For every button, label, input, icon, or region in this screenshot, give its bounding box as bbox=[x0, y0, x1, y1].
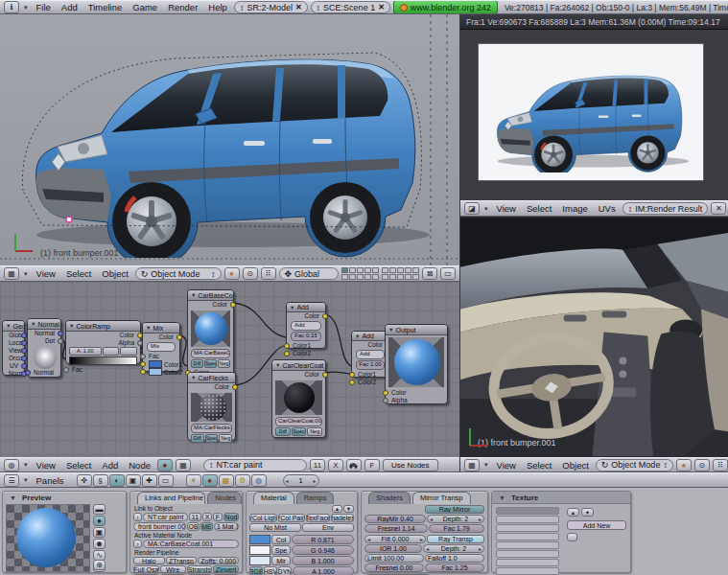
scene-context-icon[interactable]: ▭ bbox=[158, 474, 174, 487]
node-tree-name-field[interactable]: NT:car paint bbox=[143, 513, 188, 521]
header-collapse-icon[interactable]: ▾ bbox=[22, 461, 30, 469]
tab-links-and-pipeline[interactable]: Links and Pipeline bbox=[137, 492, 205, 504]
texture-down-icon[interactable]: ▼ bbox=[581, 508, 594, 517]
layer-buttons[interactable] bbox=[341, 267, 379, 280]
limit-field[interactable]: Limit 100.00 bbox=[364, 554, 424, 563]
node-material-carbasecoat[interactable]: ▼CarBaseCo Color MA:CarBaseCoat.001 Diff… bbox=[187, 289, 234, 378]
node-mix[interactable]: ▼Mix Color Mix Fac Color1 Color2 bbox=[142, 322, 180, 372]
editing-context-icon[interactable]: ✚ bbox=[142, 474, 157, 487]
rgb-toggle[interactable]: RGB bbox=[249, 566, 263, 575]
socket-normal-output[interactable] bbox=[58, 331, 63, 336]
blend-mode-dropdown[interactable]: Add bbox=[291, 321, 321, 331]
browse-icon[interactable]: ↕ bbox=[133, 540, 142, 548]
fresnel-slider-2[interactable]: Fresnel 0.00 bbox=[364, 564, 424, 572]
ramp-alpha-field[interactable]: A: 1.00 bbox=[69, 347, 102, 356]
header-collapse-icon[interactable]: ▾ bbox=[482, 461, 490, 469]
socket-color-output[interactable] bbox=[176, 334, 182, 340]
active-node-name-field[interactable]: MA:CarBaseCoat.001 bbox=[143, 540, 239, 548]
menu-render[interactable]: Render bbox=[164, 2, 201, 12]
menu-help[interactable]: Help bbox=[204, 2, 231, 12]
copy-material-icon[interactable]: ▲ bbox=[332, 505, 342, 513]
fac-slider[interactable]: Fac 1.00 bbox=[356, 360, 385, 370]
scene-selector[interactable]: ↕ SCE:Scene 1 ✕ bbox=[311, 1, 390, 13]
node-material-carflecks[interactable]: ▼CarFlecks Color MA:CarFlecks.001 Diff S… bbox=[187, 372, 236, 441]
zinvert-toggle[interactable]: ZInvert bbox=[213, 565, 239, 573]
me-toggle[interactable]: ME bbox=[200, 522, 213, 531]
diff-toggle[interactable]: Diff bbox=[191, 434, 204, 443]
browse-icon[interactable]: ↕ bbox=[240, 3, 245, 12]
texture-up-icon[interactable]: ▲ bbox=[567, 508, 579, 517]
unlink-button[interactable]: X bbox=[328, 459, 343, 472]
menu-add[interactable]: Add bbox=[98, 460, 122, 471]
neg-toggle[interactable]: Neg N bbox=[307, 427, 322, 436]
b-slider[interactable]: B 1.000 bbox=[292, 556, 354, 565]
colorband-widget[interactable] bbox=[69, 356, 137, 365]
layer-buttons-2[interactable] bbox=[382, 267, 419, 280]
neg-toggle[interactable]: Neg bbox=[218, 359, 230, 368]
preview-sphere-button[interactable]: ● bbox=[93, 516, 106, 526]
vcol-light-toggle[interactable]: VCol Light bbox=[249, 514, 277, 522]
menu-timeline[interactable]: Timeline bbox=[84, 2, 127, 12]
texture-buttons-icon[interactable]: ▦ bbox=[219, 474, 234, 487]
menu-view[interactable]: View bbox=[33, 268, 59, 279]
node-add-1[interactable]: ▼Add Color Add Fac 0.15 Color1 Color2 bbox=[286, 302, 326, 349]
tab-mirror-transp[interactable]: Mirror Transp bbox=[412, 492, 471, 504]
socket-color2-input[interactable] bbox=[140, 369, 146, 375]
object-context-icon[interactable]: ▣ bbox=[126, 474, 141, 487]
ray-transp-toggle[interactable]: Ray Transp bbox=[427, 535, 484, 543]
socket-color-output[interactable] bbox=[322, 372, 328, 378]
node-add-2[interactable]: ▼Add Color Add Fac 1.00 Color1 Color2 bbox=[351, 331, 389, 378]
normal-sphere-widget[interactable] bbox=[34, 346, 57, 369]
pivot-center-icon[interactable]: ⠿ bbox=[261, 267, 276, 280]
tab-ramps[interactable]: Ramps bbox=[296, 492, 335, 504]
preview-flat-button[interactable]: ▬ bbox=[93, 504, 106, 515]
node-normal[interactable]: ▼Normal Normal Dot Normal bbox=[27, 318, 61, 378]
editor-type-icon[interactable]: ◍ bbox=[4, 459, 19, 472]
socket-color2-input[interactable] bbox=[349, 380, 355, 385]
menu-add[interactable]: Add bbox=[58, 2, 82, 12]
window-type-icon[interactable]: ℹ bbox=[4, 1, 19, 13]
blend-mode-dropdown[interactable]: Add bbox=[356, 350, 385, 359]
socket-fac-input[interactable] bbox=[63, 367, 69, 373]
browse-icon[interactable]: ↕ bbox=[628, 204, 633, 214]
material-name-field[interactable]: CarClearCoat.001 bbox=[275, 417, 322, 426]
render-result-area[interactable] bbox=[460, 30, 728, 200]
viewport-3d[interactable]: (1) front bumper.001 bbox=[0, 14, 459, 265]
collapse-icon[interactable]: ▼ bbox=[146, 325, 151, 331]
shadeless-toggle[interactable]: Shadeless bbox=[331, 514, 354, 522]
menu-object[interactable]: Object bbox=[98, 268, 131, 279]
ray-mirror-toggle[interactable]: Ray Mirror bbox=[425, 505, 484, 514]
socket-color1-input[interactable] bbox=[284, 343, 290, 349]
pivot-center-icon[interactable]: ⠿ bbox=[713, 459, 728, 472]
socket-color-input[interactable] bbox=[383, 390, 388, 396]
ior-slider[interactable]: IOR 1.00 bbox=[364, 544, 422, 553]
transform-orientation-dropdown[interactable]: ✥ Global bbox=[279, 267, 340, 280]
socket-color-output[interactable] bbox=[230, 302, 236, 308]
texture-slots[interactable] bbox=[496, 507, 559, 575]
menu-select[interactable]: Select bbox=[523, 203, 555, 214]
frame-number-field[interactable]: ◂1▸ bbox=[283, 474, 319, 487]
header-collapse-icon[interactable]: ▾ bbox=[22, 270, 30, 278]
tab-material[interactable]: Material bbox=[253, 492, 294, 504]
collapse-icon[interactable]: ▼ bbox=[355, 334, 360, 339]
socket-normal-input[interactable] bbox=[25, 370, 31, 376]
filt-field[interactable]: ◂Filt 0.000▸ bbox=[364, 535, 426, 543]
browse-icon[interactable]: ↕ bbox=[209, 460, 214, 470]
fac-slider[interactable]: Fac 0.15 bbox=[291, 332, 321, 341]
pivot-icon[interactable]: ⊙ bbox=[243, 267, 258, 280]
menu-select[interactable]: Select bbox=[62, 268, 95, 279]
ramp-interp-button[interactable] bbox=[120, 347, 137, 356]
material-index-field[interactable]: 1 Mat 1 bbox=[214, 522, 239, 531]
socket-color-output[interactable] bbox=[232, 384, 238, 390]
collapse-icon[interactable]: ▼ bbox=[6, 323, 11, 329]
tab-shaders[interactable]: Shaders bbox=[368, 492, 411, 504]
mode-dropdown[interactable]: ↻ Object Mode ↕ bbox=[135, 267, 222, 280]
socket-dot-output[interactable] bbox=[58, 338, 63, 344]
socket-color1-input[interactable] bbox=[140, 361, 146, 367]
editor-type-icon[interactable]: ▦ bbox=[464, 459, 480, 472]
menu-node[interactable]: Node bbox=[125, 460, 154, 471]
spec-toggle[interactable]: Spec bbox=[204, 359, 217, 368]
logic-context-icon[interactable]: ✜ bbox=[77, 474, 92, 487]
script-context-icon[interactable]: § bbox=[93, 474, 108, 487]
add-new-texture-button[interactable]: Add New bbox=[567, 520, 626, 530]
